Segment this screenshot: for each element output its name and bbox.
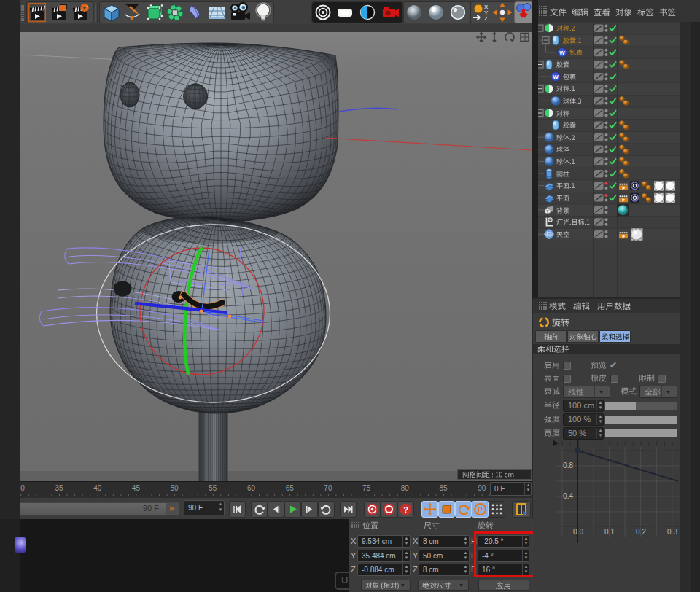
svg-text:35: 35: [55, 484, 63, 492]
svg-text:55: 55: [209, 484, 217, 492]
svg-text:o: o: [549, 218, 551, 222]
svg-text:0.3: 0.3: [667, 528, 677, 536]
svg-text:30: 30: [20, 484, 25, 492]
svg-text:50: 50: [171, 484, 179, 492]
svg-text:85: 85: [439, 484, 448, 492]
svg-text:90: 90: [478, 484, 486, 492]
svg-text:0.2: 0.2: [636, 528, 646, 536]
svg-text:80: 80: [401, 484, 410, 492]
svg-text:75: 75: [362, 484, 371, 492]
svg-text:65: 65: [286, 484, 295, 492]
svg-text:W: W: [553, 74, 559, 80]
svg-text:0.8: 0.8: [563, 461, 573, 470]
svg-text:40: 40: [93, 484, 102, 492]
svg-text:?: ?: [403, 505, 408, 514]
svg-text:45: 45: [132, 484, 141, 492]
svg-text:P: P: [478, 505, 483, 514]
svg-text:60: 60: [247, 484, 256, 492]
svg-text:0.0: 0.0: [573, 528, 583, 536]
svg-text:0.1: 0.1: [604, 528, 615, 536]
svg-text:Z: Z: [484, 15, 488, 22]
svg-text:0.4: 0.4: [563, 492, 573, 500]
svg-text:70: 70: [324, 484, 332, 492]
svg-text:W: W: [559, 50, 565, 56]
